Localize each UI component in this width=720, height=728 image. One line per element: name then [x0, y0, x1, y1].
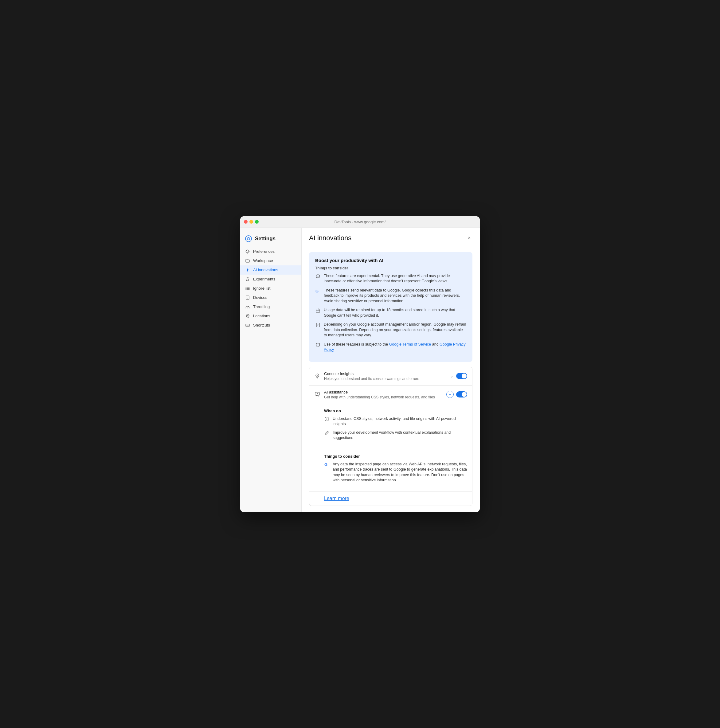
info-item-terms: Use of these features is subject to the … — [315, 342, 466, 353]
svg-rect-13 — [246, 324, 249, 327]
svg-text:G: G — [324, 462, 327, 467]
lightbulb-icon — [314, 373, 320, 379]
when-on-item-2: Improve your development workflow with c… — [324, 430, 467, 441]
pen-icon — [324, 430, 330, 436]
info-item-usage-data: Usage data will be retained for up to 18… — [315, 307, 466, 318]
close-button[interactable]: × — [466, 235, 472, 241]
settings-icon — [245, 235, 252, 242]
main-panel: AI innovations × Boost your productivity… — [302, 228, 480, 512]
sidebar-item-label-ignore-list: Ignore list — [253, 286, 270, 291]
main-content: Settings Preferences — [240, 228, 480, 512]
sidebar-item-devices[interactable]: Devices — [240, 293, 301, 302]
minimize-traffic-light[interactable] — [249, 220, 253, 223]
ai-chat-icon — [314, 392, 320, 398]
gauge-icon — [245, 304, 250, 309]
info-circle-icon — [324, 416, 330, 422]
maximize-traffic-light[interactable] — [255, 220, 258, 223]
chevron-down-icon[interactable]: ⌄ — [450, 373, 454, 378]
close-traffic-light[interactable] — [244, 220, 248, 223]
warning-icon — [315, 274, 321, 279]
svg-point-1 — [247, 237, 250, 240]
ai-assistance-desc: Get help with understanding CSS styles, … — [324, 395, 443, 399]
svg-text:G: G — [315, 289, 318, 294]
info-box-title: Boost your productivity with AI — [315, 258, 466, 263]
console-insights-toggle[interactable] — [456, 373, 467, 379]
ai-assistance-title: AI assistance — [324, 390, 443, 395]
svg-point-2 — [247, 251, 249, 252]
sidebar-item-preferences[interactable]: Preferences — [240, 247, 301, 256]
info-text-usage-data: Usage data will be retained for up to 18… — [324, 307, 466, 318]
device-icon — [245, 295, 250, 300]
sidebar-item-label-preferences: Preferences — [253, 249, 275, 254]
window-title: DevTools - www.google.com/ — [335, 220, 386, 224]
svg-point-12 — [247, 315, 248, 316]
keyboard-icon — [245, 323, 250, 328]
considerations-title: Things to consider — [324, 454, 467, 459]
sidebar-item-label-throttling: Throttling — [253, 304, 270, 309]
ai-assistance-actions — [446, 391, 467, 398]
ai-assistance-toggle[interactable] — [456, 392, 467, 398]
info-item-account-mgmt: Depending on your Google account managem… — [315, 322, 466, 338]
list-icon — [245, 286, 250, 291]
features-card: Console Insights Helps you understand an… — [309, 367, 472, 506]
pin-icon — [245, 314, 250, 318]
console-insights-row: Console Insights Helps you understand an… — [309, 367, 472, 385]
svg-line-11 — [248, 306, 249, 308]
considerations-text-1: Any data the inspected page can access v… — [333, 462, 467, 483]
learn-more-section: Learn more — [309, 491, 472, 506]
svg-point-0 — [245, 236, 252, 242]
sidebar-item-label-devices: Devices — [253, 295, 267, 300]
gear-icon — [245, 249, 250, 254]
traffic-lights — [244, 220, 258, 223]
folder-icon — [245, 258, 250, 263]
sidebar-item-throttling[interactable]: Throttling — [240, 302, 301, 312]
sidebar-item-shortcuts[interactable]: Shortcuts — [240, 321, 301, 330]
shield-icon — [315, 342, 321, 348]
sidebar-item-experiments[interactable]: Experiments — [240, 275, 301, 284]
page-title: AI innovations — [309, 234, 352, 242]
sidebar-item-workspace[interactable]: Workspace — [240, 256, 301, 265]
learn-more-link[interactable]: Learn more — [324, 496, 349, 501]
considerations-section: Things to consider G Any data the inspec… — [309, 449, 472, 491]
google-icon-1: G — [315, 288, 321, 294]
document-icon — [315, 322, 321, 328]
titlebar: DevTools - www.google.com/ — [240, 216, 480, 228]
main-header: AI innovations × — [309, 234, 472, 242]
google-icon-2: G — [324, 462, 330, 467]
info-text-experimental: These features are experimental. They us… — [324, 274, 466, 284]
info-text-google-data: These features send relevant data to Goo… — [324, 288, 466, 304]
when-on-text-1: Understand CSS styles, network activity,… — [333, 416, 467, 427]
sidebar-item-locations[interactable]: Locations — [240, 312, 301, 321]
info-text-terms: Use of these features is subject to the … — [324, 342, 466, 353]
info-box-subtitle: Things to consider — [315, 266, 466, 270]
console-insights-title: Console Insights — [324, 372, 446, 376]
info-text-account-mgmt: Depending on your Google account managem… — [324, 322, 466, 338]
info-box: Boost your productivity with AI Things t… — [309, 252, 472, 362]
sidebar-item-ai-innovations[interactable]: AI innovations — [240, 265, 301, 275]
header-divider — [309, 247, 472, 247]
sidebar-item-label-workspace: Workspace — [253, 258, 273, 263]
svg-rect-19 — [316, 309, 320, 312]
when-on-section: When on Understand CSS styles, network a… — [309, 404, 472, 449]
sidebar-item-label-ai: AI innovations — [253, 268, 278, 272]
sparkle-icon — [245, 268, 250, 272]
when-on-item-1: Understand CSS styles, network activity,… — [324, 416, 467, 427]
app-window: DevTools - www.google.com/ Settings — [240, 216, 480, 512]
chevron-up-button[interactable] — [446, 391, 454, 398]
sidebar-item-label-experiments: Experiments — [253, 277, 275, 281]
sidebar: Settings Preferences — [240, 228, 302, 512]
flask-icon — [245, 277, 250, 282]
calendar-icon — [315, 308, 321, 313]
console-insights-content: Console Insights Helps you understand an… — [324, 372, 446, 381]
sidebar-header: Settings — [240, 233, 301, 247]
terms-link[interactable]: Google Terms of Service — [389, 342, 431, 347]
info-item-experimental: These features are experimental. They us… — [315, 274, 466, 284]
ai-assistance-content: AI assistance Get help with understandin… — [324, 390, 443, 399]
info-item-google-data: G These features send relevant data to G… — [315, 288, 466, 304]
considerations-item-1: G Any data the inspected page can access… — [324, 462, 467, 483]
sidebar-item-ignore-list[interactable]: Ignore list — [240, 284, 301, 293]
sidebar-item-label-shortcuts: Shortcuts — [253, 323, 270, 327]
when-on-text-2: Improve your development workflow with c… — [333, 430, 467, 441]
when-on-title: When on — [324, 408, 467, 413]
ai-assistance-row: AI assistance Get help with understandin… — [309, 385, 472, 404]
